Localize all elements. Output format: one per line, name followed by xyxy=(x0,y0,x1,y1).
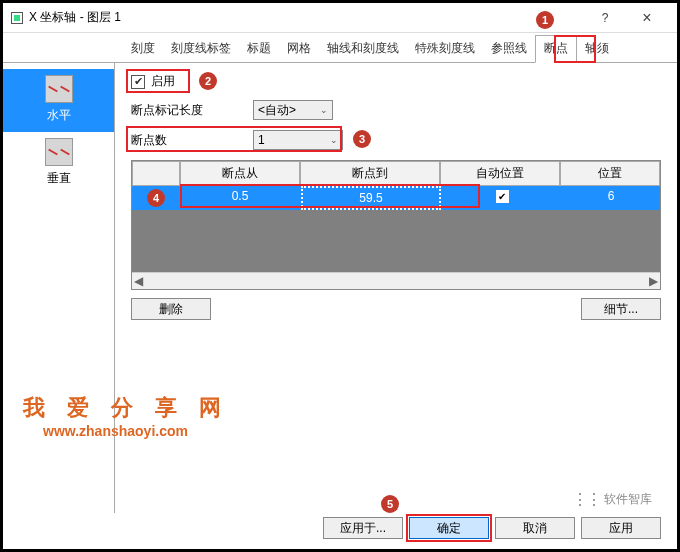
brand-text: 软件智库 xyxy=(604,491,652,508)
badge-3: 3 xyxy=(353,130,371,148)
tab-breaks[interactable]: 断点 xyxy=(535,35,577,63)
count-value: 1 xyxy=(258,133,265,147)
watermark-text: 我 爱 分 享 网 xyxy=(23,393,229,423)
dialog-footer: 应用于... 确定 取消 应用 xyxy=(3,512,677,544)
cell-to[interactable]: 59.5 xyxy=(301,186,441,210)
tab-reference[interactable]: 参照线 xyxy=(483,36,535,62)
brand-watermark: ⋮⋮ 软件智库 xyxy=(572,490,652,509)
close-button[interactable]: × xyxy=(625,9,669,27)
tab-tick-labels[interactable]: 刻度线标签 xyxy=(163,36,239,62)
table-row[interactable]: 4 0.5 59.5 ✔ 6 xyxy=(132,186,660,210)
axis-h-icon xyxy=(45,75,73,103)
detail-button[interactable]: 细节... xyxy=(581,298,661,320)
table-header: 断点从 断点到 自动位置 位置 xyxy=(132,161,660,186)
watermark-url: www.zhanshaoyi.com xyxy=(43,423,188,439)
cancel-button[interactable]: 取消 xyxy=(495,517,575,539)
count-select[interactable]: 1 ⌄ xyxy=(253,130,343,150)
th-pos: 位置 xyxy=(560,161,660,186)
tab-scale[interactable]: 刻度 xyxy=(123,36,163,62)
sidebar-item-label: 垂直 xyxy=(3,170,114,187)
apply-button[interactable]: 应用 xyxy=(581,517,661,539)
tab-title[interactable]: 标题 xyxy=(239,36,279,62)
tab-line-ticks[interactable]: 轴线和刻度线 xyxy=(319,36,407,62)
cell-auto[interactable]: ✔ xyxy=(442,186,562,210)
enable-checkbox[interactable]: ✔ xyxy=(131,75,145,89)
wechat-icon: ⋮⋮ xyxy=(572,490,600,509)
sidebar-item-horizontal[interactable]: 水平 xyxy=(3,69,114,132)
cell-pos[interactable]: 6 xyxy=(562,186,660,210)
badge-5: 5 xyxy=(381,495,399,513)
help-button[interactable]: ? xyxy=(585,11,625,25)
scroll-right-icon[interactable]: ▶ xyxy=(649,274,658,288)
table-empty-area xyxy=(132,210,660,272)
chevron-down-icon: ⌄ xyxy=(330,135,338,145)
dialog-window: X 坐标轴 - 图层 1 ? × 刻度 刻度线标签 标题 网格 轴线和刻度线 特… xyxy=(0,0,680,552)
marker-len-label: 断点标记长度 xyxy=(131,102,241,119)
axis-sidebar: 水平 垂直 xyxy=(3,63,115,513)
chevron-down-icon: ⌄ xyxy=(320,105,328,115)
h-scrollbar[interactable]: ◀ ▶ xyxy=(132,272,660,289)
marker-len-value: <自动> xyxy=(258,102,296,119)
axis-v-icon xyxy=(45,138,73,166)
badge-2: 2 xyxy=(199,72,217,90)
ok-button[interactable]: 确定 xyxy=(409,517,489,539)
app-icon xyxy=(11,12,23,24)
auto-checkbox[interactable]: ✔ xyxy=(496,190,509,203)
enable-row: ✔ 启用 2 xyxy=(131,73,661,90)
count-row: 断点数 1 ⌄ 3 xyxy=(131,130,661,150)
badge-4: 4 xyxy=(147,189,165,207)
row-index: 4 xyxy=(132,186,180,210)
count-label: 断点数 xyxy=(131,132,241,149)
th-from: 断点从 xyxy=(180,161,300,186)
th-auto: 自动位置 xyxy=(440,161,560,186)
th-blank xyxy=(132,161,180,186)
th-to: 断点到 xyxy=(300,161,440,186)
apply-to-button[interactable]: 应用于... xyxy=(323,517,403,539)
marker-len-row: 断点标记长度 <自动> ⌄ xyxy=(131,100,661,120)
sidebar-item-label: 水平 xyxy=(3,107,114,124)
window-title: X 坐标轴 - 图层 1 xyxy=(29,9,585,26)
content-pane: ✔ 启用 2 断点标记长度 <自动> ⌄ 断点数 1 ⌄ 3 xyxy=(115,63,677,513)
scroll-left-icon[interactable]: ◀ xyxy=(134,274,143,288)
sidebar-item-vertical[interactable]: 垂直 xyxy=(3,132,114,195)
cell-from[interactable]: 0.5 xyxy=(180,186,300,210)
table-buttons: 删除 细节... xyxy=(131,298,661,320)
badge-1: 1 xyxy=(536,11,554,29)
breaks-table: 断点从 断点到 自动位置 位置 4 0.5 59.5 ✔ 6 xyxy=(131,160,661,290)
title-bar: X 坐标轴 - 图层 1 ? × xyxy=(3,3,677,33)
delete-button[interactable]: 删除 xyxy=(131,298,211,320)
tab-grid[interactable]: 网格 xyxy=(279,36,319,62)
tab-rug[interactable]: 轴须 xyxy=(577,36,617,62)
dialog-body: 水平 垂直 ✔ 启用 2 断点标记长度 <自动> ⌄ xyxy=(3,63,677,513)
tab-bar: 刻度 刻度线标签 标题 网格 轴线和刻度线 特殊刻度线 参照线 断点 轴须 xyxy=(3,33,677,63)
marker-len-select[interactable]: <自动> ⌄ xyxy=(253,100,333,120)
tab-special-ticks[interactable]: 特殊刻度线 xyxy=(407,36,483,62)
enable-label: 启用 xyxy=(151,73,175,90)
